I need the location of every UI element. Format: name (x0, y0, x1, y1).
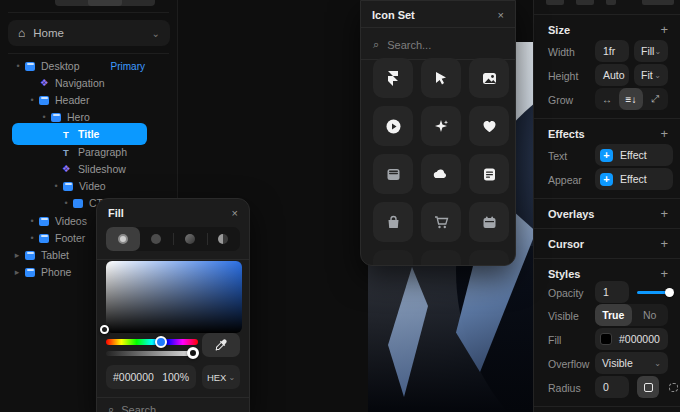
icon-partial[interactable] (469, 250, 509, 266)
add-appear-effect-button[interactable]: + Effect (595, 168, 673, 190)
grow-expand-icon[interactable]: ⤢ (643, 88, 667, 110)
fill-type-tabs (106, 227, 240, 251)
icon-search-field[interactable]: ⌕ Search... (361, 28, 515, 61)
hue-slider-knob[interactable] (155, 336, 167, 348)
opacity-label: Opacity (548, 287, 584, 299)
toolbar-stub (642, 0, 674, 5)
hue-slider[interactable] (106, 339, 198, 345)
fill-color-field[interactable]: #000000 (595, 328, 668, 350)
expander-icon[interactable]: • (29, 95, 35, 105)
icon-heart[interactable] (469, 106, 509, 146)
expander-icon[interactable]: • (53, 181, 59, 191)
search-icon: ⌕ (373, 38, 379, 51)
icon-note[interactable] (469, 154, 509, 194)
hex-value[interactable]: #000000 (113, 371, 162, 383)
home-icon: ⌂ (18, 27, 25, 39)
hex-input[interactable]: #000000 100% (106, 365, 196, 389)
alpha-slider[interactable] (106, 351, 198, 356)
fill-panel-title: Fill (108, 207, 124, 219)
fill-type-solid[interactable] (106, 227, 140, 251)
opacity-input[interactable]: 1 (595, 281, 629, 303)
grow-label: Grow (548, 94, 573, 106)
layer-row-video[interactable]: • Video (0, 177, 177, 195)
radius-uniform-button[interactable] (637, 376, 659, 398)
grow-control: ↔ ≡↓ ⤢ (595, 88, 668, 110)
layer-row-header[interactable]: • Header (0, 91, 177, 109)
color-value-row: #000000 100% HEX ⌄ (106, 365, 240, 389)
close-icon[interactable]: × (498, 9, 504, 21)
icon-partial[interactable] (373, 250, 413, 266)
icon-play[interactable] (373, 106, 413, 146)
layer-row-slideshow[interactable]: ❖ Slideshow (0, 160, 177, 178)
chevron-down-icon: ⌄ (654, 359, 661, 368)
fill-type-image[interactable] (207, 227, 241, 251)
inspector-panel: Size + Width 1fr Fill⌄ Height Auto Fit⌄ … (533, 0, 680, 412)
visible-no-option[interactable]: No (632, 304, 669, 326)
grow-horizontal-icon[interactable]: ↔ (595, 88, 619, 110)
fill-type-linear-gradient[interactable] (140, 227, 174, 251)
icon-framer-logo[interactable] (373, 58, 413, 98)
icon-shopping-cart[interactable] (421, 202, 461, 242)
expander-icon[interactable]: • (41, 112, 47, 122)
radius-input[interactable]: 0 (595, 376, 629, 398)
component-icon: ❖ (62, 164, 71, 174)
layer-row-title-selected[interactable]: T Title (0, 125, 177, 143)
section-title: Overlays (548, 208, 594, 220)
add-icon[interactable]: + (660, 266, 668, 281)
layer-row-paragraph[interactable]: T Paragraph (0, 143, 177, 161)
layer-label: Navigation (55, 77, 105, 89)
icon-archive-box[interactable] (373, 154, 413, 194)
color-search-field[interactable]: ⌕ Search... (108, 403, 165, 412)
icon-cloud[interactable] (421, 154, 461, 194)
expander-icon[interactable]: ▸ (14, 250, 20, 260)
section-styles: Styles + (548, 266, 668, 281)
height-mode-select[interactable]: Fit⌄ (634, 64, 668, 86)
page-selector-label: Home (33, 27, 143, 39)
frame-icon (25, 251, 35, 260)
opacity-slider-knob[interactable] (665, 288, 674, 297)
grow-list-down-icon[interactable]: ≡↓ (619, 88, 643, 110)
visible-label: Visible (548, 310, 579, 322)
overflow-select[interactable]: Visible⌄ (595, 352, 668, 374)
alpha-slider-knob[interactable] (187, 347, 199, 359)
expander-icon[interactable]: ▸ (14, 267, 20, 277)
width-mode-select[interactable]: Fill⌄ (634, 40, 668, 62)
section-title: Cursor (548, 238, 584, 250)
visible-true-option[interactable]: True (595, 304, 632, 326)
close-icon[interactable]: × (232, 207, 238, 219)
expander-icon[interactable]: • (29, 233, 35, 243)
add-icon[interactable]: + (660, 22, 668, 37)
fill-type-radial-gradient[interactable] (173, 227, 207, 251)
saturation-value-picker[interactable] (106, 261, 242, 333)
section-title: Effects (548, 128, 585, 140)
color-picker-cursor[interactable] (100, 325, 109, 334)
alpha-value[interactable]: 100% (162, 371, 189, 383)
add-text-effect-button[interactable]: + Effect (595, 144, 673, 166)
expander-icon[interactable]: • (15, 61, 21, 71)
radius-individual-button[interactable] (662, 376, 680, 398)
eyedropper-button[interactable] (202, 333, 240, 357)
icon-partial[interactable] (421, 250, 461, 266)
add-icon[interactable]: + (660, 206, 668, 221)
height-input[interactable]: Auto (595, 64, 629, 86)
icon-image[interactable] (469, 58, 509, 98)
plus-icon: + (600, 149, 613, 162)
color-swatch[interactable] (600, 333, 612, 345)
chevron-down-icon: ⌄ (228, 373, 235, 382)
add-icon[interactable]: + (660, 236, 668, 251)
icon-cursor[interactable] (421, 58, 461, 98)
icon-calendar[interactable] (469, 202, 509, 242)
page-selector[interactable]: ⌂ Home ⌄ (8, 20, 170, 46)
icon-shopping-bag[interactable] (373, 202, 413, 242)
layer-row-navigation[interactable]: ❖ Navigation (0, 74, 177, 92)
layer-label: Slideshow (78, 163, 126, 175)
icon-sparkle[interactable] (421, 106, 461, 146)
layer-label: Phone (41, 266, 71, 278)
color-format-select[interactable]: HEX ⌄ (202, 365, 240, 389)
frame-icon (73, 199, 83, 208)
width-input[interactable]: 1fr (595, 40, 629, 62)
layer-row-desktop[interactable]: • Desktop Primary (0, 57, 177, 75)
expander-icon[interactable]: • (29, 216, 35, 226)
expander-icon[interactable]: • (63, 198, 69, 208)
add-icon[interactable]: + (660, 126, 668, 141)
